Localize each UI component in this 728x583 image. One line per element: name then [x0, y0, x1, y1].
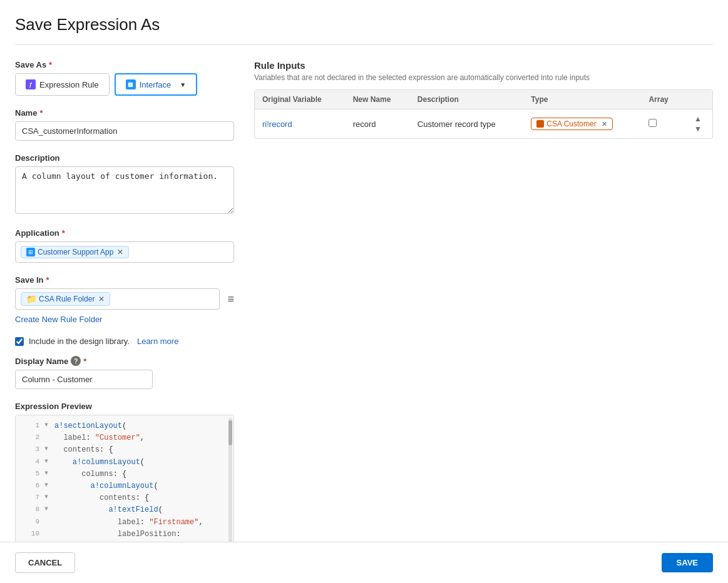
include-library-label: Include in the design library. — [29, 337, 130, 346]
left-panel: Save As * ƒ Expression Rule ▦ Interface … — [15, 60, 234, 542]
code-line-9: 9 label: "Firstname", — [16, 517, 233, 529]
table-row: ri!record record Customer record type CS… — [255, 109, 712, 139]
cell-original-variable: ri!record — [255, 109, 346, 139]
rule-inputs-table: Original Variable New Name Description T… — [255, 90, 712, 138]
application-label: Application * — [15, 228, 234, 238]
col-actions — [684, 90, 712, 109]
code-line-3: 3 ▼ contents: { — [16, 444, 233, 456]
create-rule-folder-link[interactable]: Create New Rule Folder — [15, 315, 102, 324]
code-line-1: 1 ▼ a!sectionLayout( — [16, 420, 233, 432]
save-in-row: 📁 CSA Rule Folder ✕ ≡ — [15, 288, 234, 310]
application-tag: ⊞ Customer Support App ✕ — [21, 246, 129, 258]
rule-inputs-table-container: Original Variable New Name Description T… — [254, 89, 713, 139]
save-button[interactable]: SAVE — [662, 553, 713, 572]
save-as-buttons: ƒ Expression Rule ▦ Interface ▼ — [15, 73, 234, 96]
cancel-button[interactable]: CANCEL — [15, 552, 75, 573]
save-in-group: Save In * 📁 CSA Rule Folder ✕ ≡ — [15, 275, 234, 324]
code-line-4: 4 ▼ a!columnsLayout( — [16, 457, 233, 469]
name-label: Name * — [15, 108, 234, 118]
table-header-row: Original Variable New Name Description T… — [255, 90, 712, 109]
scrollbar-track — [228, 418, 232, 542]
application-input-area[interactable]: ⊞ Customer Support App ✕ — [15, 241, 234, 263]
cell-row-actions: ▲ ▼ — [684, 109, 712, 139]
cell-type: CSA Customer ✕ — [523, 109, 641, 139]
list-view-icon[interactable]: ≡ — [227, 293, 234, 306]
type-tag: CSA Customer ✕ — [531, 118, 612, 130]
col-original-variable: Original Variable — [255, 90, 346, 109]
code-editor[interactable]: 1 ▼ a!sectionLayout( 2 label: "Customer"… — [15, 415, 234, 542]
cell-array[interactable] — [641, 109, 683, 139]
display-name-group: Display Name ? * — [15, 356, 234, 389]
expression-preview-section: Expression Preview 1 ▼ a!sectionLayout( … — [15, 402, 234, 542]
remove-save-in-button[interactable]: ✕ — [98, 295, 105, 303]
move-up-button[interactable]: ▲ — [694, 114, 702, 123]
application-group: Application * ⊞ Customer Support App ✕ — [15, 228, 234, 263]
two-column-layout: Save As * ƒ Expression Rule ▦ Interface … — [15, 60, 713, 542]
app-icon: ⊞ — [26, 248, 35, 256]
interface-button[interactable]: ▦ Interface ▼ — [115, 73, 198, 96]
move-down-button[interactable]: ▼ — [694, 124, 702, 133]
footer: CANCEL SAVE — [0, 542, 728, 583]
col-type: Type — [523, 90, 641, 109]
save-in-input-area[interactable]: 📁 CSA Rule Folder ✕ — [15, 288, 220, 310]
code-line-6: 6 ▼ a!columnLayout( — [16, 480, 233, 492]
page-container: Save Expression As Save As * ƒ Expressio… — [0, 0, 728, 583]
cell-description: Customer record type — [410, 109, 524, 139]
code-line-7: 7 ▼ contents: { — [16, 492, 233, 504]
remove-type-button[interactable]: ✕ — [602, 120, 607, 128]
description-label: Description — [15, 153, 234, 163]
save-as-label: Save As * — [15, 60, 234, 69]
interface-icon: ▦ — [126, 79, 136, 89]
include-library-checkbox[interactable] — [15, 337, 24, 346]
page-title: Save Expression As — [15, 15, 713, 45]
array-checkbox[interactable] — [649, 119, 657, 127]
display-name-label: Display Name ? * — [15, 356, 234, 366]
expression-rule-icon: ƒ — [26, 79, 36, 89]
remove-application-button[interactable]: ✕ — [117, 248, 123, 256]
col-new-name: New Name — [346, 90, 410, 109]
code-line-8: 8 ▼ a!textField( — [16, 504, 233, 516]
learn-more-link[interactable]: Learn more — [137, 337, 178, 346]
chevron-down-icon: ▼ — [180, 81, 186, 88]
include-library-row: Include in the design library. Learn mor… — [15, 337, 234, 346]
display-name-input[interactable] — [15, 370, 153, 389]
save-in-label: Save In * — [15, 275, 234, 285]
row-actions: ▲ ▼ — [691, 114, 705, 133]
rule-inputs-title: Rule Inputs — [254, 60, 713, 71]
code-line-5: 5 ▼ columns: { — [16, 469, 233, 480]
save-in-tag: 📁 CSA Rule Folder ✕ — [21, 292, 110, 306]
expression-rule-button[interactable]: ƒ Expression Rule — [15, 73, 110, 96]
save-as-group: Save As * ƒ Expression Rule ▦ Interface … — [15, 60, 234, 96]
rule-inputs-section: Rule Inputs Variables that are not decla… — [254, 60, 713, 139]
right-panel: Rule Inputs Variables that are not decla… — [254, 60, 713, 542]
col-array: Array — [641, 90, 683, 109]
rule-inputs-desc: Variables that are not declared in the s… — [254, 73, 713, 82]
description-input[interactable] — [15, 166, 234, 214]
code-line-10: 10 labelPosition: "JUSTIFIED", — [16, 529, 233, 542]
description-group: Description — [15, 153, 234, 216]
help-icon[interactable]: ? — [71, 356, 81, 366]
type-icon — [536, 120, 544, 128]
name-group: Name * — [15, 108, 234, 141]
folder-icon: 📁 — [26, 294, 36, 304]
col-description: Description — [410, 90, 524, 109]
name-input[interactable] — [15, 121, 234, 141]
cell-new-name: record — [346, 109, 410, 139]
scrollbar-thumb[interactable] — [228, 420, 232, 445]
main-content: Save Expression As Save As * ƒ Expressio… — [0, 0, 728, 542]
expression-preview-label: Expression Preview — [15, 402, 234, 411]
code-line-2: 2 label: "Customer", — [16, 432, 233, 444]
